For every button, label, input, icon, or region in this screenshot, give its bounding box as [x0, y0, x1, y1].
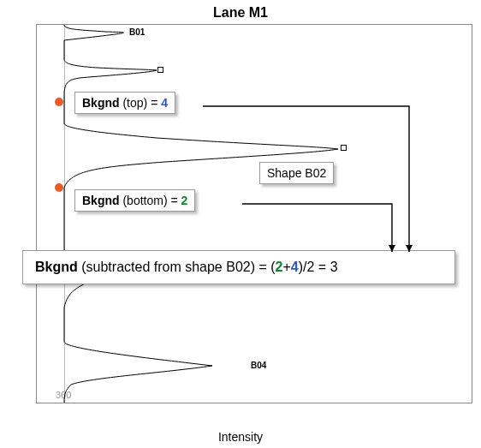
- bkgnd-top-value: 4: [161, 96, 168, 110]
- x-axis-label: Intensity: [0, 430, 481, 444]
- bkgnd-top-callout: Bkgnd (top) = 4: [74, 92, 175, 114]
- peak-handle-top[interactable]: [157, 67, 163, 73]
- formula-prefix: Bkgnd: [35, 260, 78, 274]
- formula-text-pre: (subtracted from shape B02) = (: [81, 260, 275, 274]
- bkgnd-top-marker[interactable]: [55, 98, 63, 106]
- formula-val-top: 4: [291, 260, 299, 274]
- bkgnd-bottom-marker[interactable]: [55, 183, 63, 192]
- lane-trace: [37, 25, 473, 404]
- shape-label-callout: Shape B02: [259, 162, 334, 184]
- peak-label-b04: B04: [251, 361, 266, 370]
- formula-plus: +: [282, 260, 290, 274]
- bkgnd-bottom-prefix: Bkgnd: [82, 194, 120, 207]
- bkgnd-bottom-callout: Bkgnd (bottom) = 2: [74, 189, 195, 212]
- bkgnd-top-prefix: Bkgnd: [82, 96, 120, 110]
- formula-callout: Bkgnd (subtracted from shape B02) = (2+4…: [22, 250, 455, 284]
- chart-title: Lane M1: [0, 5, 481, 21]
- chart-stage: Lane M1 tion (pixel) Intensity 360 B01 B…: [0, 0, 481, 448]
- peak-handle-mid[interactable]: [341, 145, 347, 151]
- formula-text-post: )/2 = 3: [299, 260, 338, 274]
- bkgnd-bottom-value: 2: [181, 194, 188, 207]
- shape-label-text: Shape B02: [267, 166, 326, 180]
- plot-area: 360 B01 B04 Shape B02 Bkgnd (top) = 4 Bk…: [36, 24, 472, 403]
- peak-label-b01: B01: [129, 27, 145, 37]
- bkgnd-bottom-loc: (bottom) =: [122, 194, 177, 207]
- bkgnd-top-loc: (top) =: [122, 96, 157, 110]
